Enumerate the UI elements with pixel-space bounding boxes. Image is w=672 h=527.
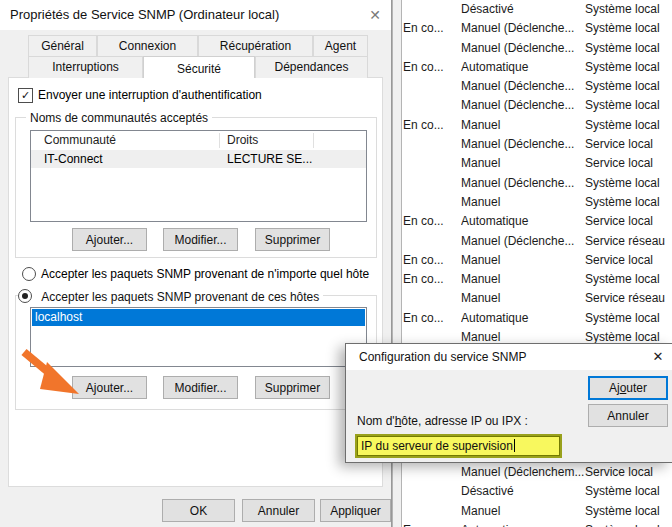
service-row[interactable]: Manuel (Déclenche...Système local — [401, 77, 672, 96]
dialog-titlebar[interactable]: Propriétés de Service SNMP (Ordinateur l… — [0, 0, 391, 30]
tab-interruptions[interactable]: Interruptions — [28, 56, 143, 78]
service-row[interactable]: ManuelSystème local — [401, 502, 672, 521]
service-row[interactable]: En co...Manuel (Déclenche...Système loca… — [401, 19, 672, 38]
host-delete-button[interactable]: Supprimer — [255, 376, 330, 399]
service-logon-account: Système local — [585, 39, 672, 58]
service-logon-account: Système local — [585, 0, 672, 19]
service-row[interactable]: Manuel (Déclenche...Service réseau — [401, 232, 672, 251]
config-titlebar[interactable]: Configuration du service SNMP ✕ — [346, 344, 672, 370]
service-row[interactable]: Manuel (Déclenche...Système local — [401, 96, 672, 115]
tab-securite[interactable]: Sécurité — [143, 56, 255, 78]
auth-trap-checkbox[interactable]: ✓ — [18, 88, 33, 103]
service-row[interactable]: En co...ManuelService local — [401, 251, 672, 270]
service-startup-type: Manuel (Déclenche... — [461, 135, 585, 154]
service-status — [401, 463, 461, 482]
service-startup-type: Désactivé — [461, 482, 585, 501]
service-row[interactable]: Manuel (Déclenchem...Service local — [401, 463, 672, 482]
service-logon-account: Système local — [585, 309, 672, 328]
service-row[interactable]: ManuelSystème local — [401, 193, 672, 212]
host-modify-button[interactable]: Modifier... — [163, 376, 238, 399]
service-logon-account: Système local — [585, 77, 672, 96]
service-status: En co... — [401, 58, 461, 77]
config-dialog-title: Configuration du service SNMP — [359, 350, 526, 364]
service-row[interactable]: ManuelService réseau — [401, 289, 672, 308]
service-status: En co... — [401, 270, 461, 289]
cancel-button[interactable]: Annuler — [242, 499, 315, 522]
column-divider[interactable] — [219, 133, 220, 148]
service-startup-type: Manuel — [461, 154, 585, 173]
community-group-caption: Noms de communautés acceptés — [26, 111, 212, 125]
service-row[interactable]: ManuelService local — [401, 154, 672, 173]
service-status: En co... — [401, 19, 461, 38]
service-status — [401, 502, 461, 521]
radio-any-host[interactable] — [22, 267, 36, 281]
host-item-localhost[interactable]: localhost — [32, 309, 365, 326]
tab-agent[interactable]: Agent — [313, 35, 368, 56]
tab-connexion[interactable]: Connexion — [97, 35, 198, 56]
service-row[interactable]: En co...ManuelSystème local — [401, 270, 672, 289]
column-divider[interactable] — [313, 133, 314, 148]
tab-row-1: Général Connexion Récupération Agent — [28, 35, 368, 56]
service-row[interactable]: En co...ManuelSystème local — [401, 116, 672, 135]
radio-these-hosts-label: Accepter les paquets SNMP provenant de c… — [41, 290, 319, 304]
service-startup-type: Automatique — [461, 309, 585, 328]
service-status — [401, 193, 461, 212]
auth-trap-label: Envoyer une interruption d'authentificat… — [38, 88, 262, 102]
service-row[interactable]: Manuel (Déclenche...Système local — [401, 174, 672, 193]
service-startup-type: Manuel — [461, 289, 585, 308]
service-row[interactable]: Manuel (Déclenche...Système local — [401, 39, 672, 58]
service-row[interactable]: Manuel (Déclenche...Service local — [401, 135, 672, 154]
service-logon-account: Service local — [585, 251, 672, 270]
service-status — [401, 39, 461, 58]
service-status — [401, 96, 461, 115]
service-status — [401, 174, 461, 193]
col-communaute[interactable]: Communauté — [44, 131, 116, 150]
service-row[interactable]: DésactivéSystème local — [401, 482, 672, 501]
service-logon-account: Système local — [585, 521, 672, 527]
col-droits[interactable]: Droits — [227, 131, 258, 150]
community-row[interactable]: IT-Connect LECTURE SE... — [31, 150, 366, 168]
community-rights: LECTURE SE... — [227, 150, 312, 168]
service-startup-type: Manuel (Déclenche... — [461, 77, 585, 96]
hosts-group-caption-wrap: Accepter les paquets SNMP provenant de c… — [18, 287, 323, 304]
service-row[interactable]: En co...AutomatiqueSystème local — [401, 58, 672, 77]
community-add-button[interactable]: Ajouter... — [72, 228, 147, 251]
ok-button[interactable]: OK — [162, 499, 235, 522]
community-delete-button[interactable]: Supprimer — [255, 228, 330, 251]
service-startup-type: Manuel — [461, 116, 585, 135]
service-startup-type: Manuel (Déclenche... — [461, 232, 585, 251]
service-logon-account: Service local — [585, 154, 672, 173]
tab-recuperation[interactable]: Récupération — [198, 35, 313, 56]
service-status — [401, 289, 461, 308]
community-listview[interactable]: Communauté Droits IT-Connect LECTURE SE.… — [30, 130, 367, 222]
radio-these-hosts[interactable] — [18, 289, 32, 303]
service-startup-type: Automatique — [461, 58, 585, 77]
service-row[interactable]: En co...AutomatiqueService local — [401, 212, 672, 231]
service-status: En co... — [401, 116, 461, 135]
close-icon[interactable]: ✕ — [649, 348, 667, 366]
service-startup-type: Manuel (Déclenchem... — [461, 463, 585, 482]
service-row[interactable]: En co...AutomatiqueSystème local — [401, 521, 672, 527]
community-modify-button[interactable]: Modifier... — [163, 228, 238, 251]
service-startup-type: Manuel — [461, 502, 585, 521]
service-logon-account: Service réseau — [585, 232, 672, 251]
tab-general[interactable]: Général — [28, 35, 97, 56]
host-add-button[interactable]: Ajouter... — [72, 376, 147, 399]
snmp-config-dialog: Configuration du service SNMP ✕ Ajouter … — [345, 343, 672, 463]
service-row[interactable]: DésactivéSystème local — [401, 0, 672, 19]
service-logon-account: Système local — [585, 19, 672, 38]
checkmark-icon: ✓ — [21, 89, 30, 101]
service-startup-type: Automatique — [461, 521, 585, 527]
config-add-button[interactable]: Ajouter — [588, 376, 668, 400]
service-logon-account: Système local — [585, 482, 672, 501]
tab-dependances[interactable]: Dépendances — [255, 56, 368, 78]
service-status — [401, 154, 461, 173]
host-input[interactable]: IP du serveur de supervision — [355, 434, 562, 458]
close-icon[interactable]: ✕ — [366, 6, 384, 24]
config-cancel-button[interactable]: Annuler — [588, 404, 668, 427]
snmp-properties-dialog: Propriétés de Service SNMP (Ordinateur l… — [0, 0, 392, 527]
apply-button[interactable]: Appliquer — [320, 499, 391, 522]
service-logon-account: Système local — [585, 502, 672, 521]
service-status: En co... — [401, 309, 461, 328]
service-row[interactable]: En co...AutomatiqueSystème local — [401, 309, 672, 328]
